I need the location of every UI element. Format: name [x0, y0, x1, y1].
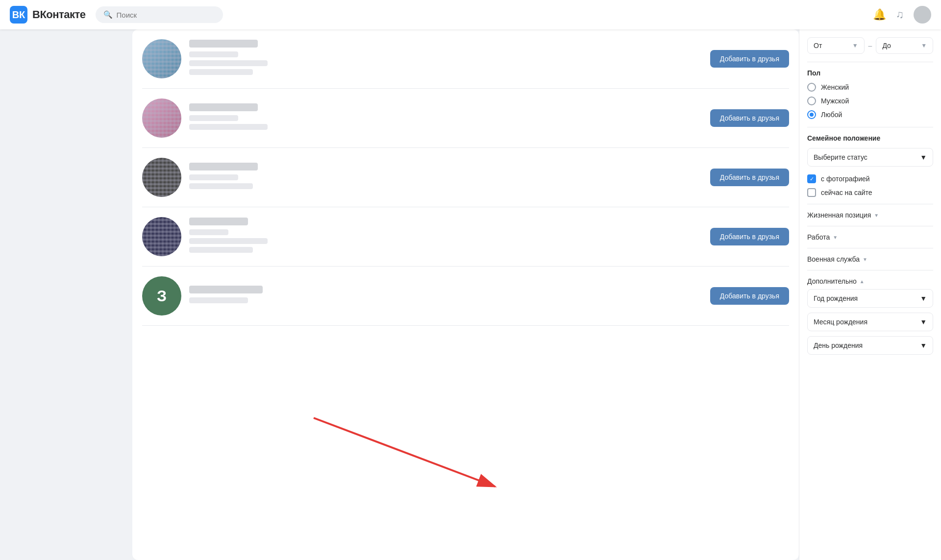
header-user[interactable] [914, 6, 931, 24]
right-sidebar: От ▼ – До ▼ Пол Женский Мужской [799, 29, 941, 560]
gender-filter: Пол Женский Мужской Любой [807, 69, 933, 119]
age-filter: От ▼ – До ▼ [807, 37, 933, 54]
collapse-arrow-icon: ▼ [863, 257, 867, 262]
person-sub1 [189, 229, 228, 235]
family-status-title: Семейное положение [807, 134, 933, 142]
add-friend-button[interactable]: Добавить в друзья [710, 169, 789, 186]
search-bar[interactable]: 🔍 [96, 6, 223, 23]
work-section[interactable]: Работа ▼ [807, 233, 933, 241]
add-friend-button[interactable]: Добавить в друзья [710, 50, 789, 68]
person-name [189, 40, 258, 48]
birth-year-select[interactable]: Год рождения ▼ [807, 289, 933, 308]
notifications-icon[interactable]: 🔔 [873, 8, 886, 21]
person-name [189, 103, 258, 111]
avatar: З [142, 276, 181, 316]
person-sub1 [189, 297, 248, 303]
person-info [189, 218, 702, 256]
chevron-down-icon: ▼ [920, 153, 927, 161]
vk-logo-icon: ВК [10, 6, 27, 24]
age-to-select[interactable]: До ▼ [876, 37, 933, 54]
list-item: Добавить в друзья [142, 89, 789, 148]
collapse-arrow-icon: ▼ [833, 235, 838, 240]
logo[interactable]: ВК ВКонтакте [10, 6, 86, 24]
content-card: Добавить в друзья Добавить в друзья [132, 29, 799, 560]
person-sub3 [189, 69, 253, 75]
additional-section[interactable]: Дополнительно ▲ [807, 277, 933, 285]
divider [807, 226, 933, 226]
person-sub1 [189, 51, 238, 57]
list-item: Добавить в друзья [142, 29, 789, 89]
checkbox-group: ✓ с фотографией сейчас на сайте [807, 174, 933, 197]
person-name [189, 218, 248, 225]
family-status-select[interactable]: Выберите статус ▼ [807, 148, 933, 167]
birth-day-select[interactable]: День рождения ▼ [807, 336, 933, 355]
person-name [189, 286, 263, 293]
with-photo-checkbox[interactable]: ✓ с фотографией [807, 174, 933, 183]
checkbox-online-icon [807, 188, 816, 197]
add-friend-button[interactable]: Добавить в друзья [710, 109, 789, 127]
list-item: Добавить в друзья [142, 148, 789, 207]
age-separator: – [868, 42, 872, 49]
person-sub3 [189, 247, 253, 253]
user-avatar [914, 6, 931, 24]
gender-title: Пол [807, 69, 933, 77]
header: ВК ВКонтакте 🔍 🔔 ♫ [0, 0, 941, 29]
chevron-down-icon: ▼ [921, 42, 927, 49]
gender-any[interactable]: Любой [807, 110, 933, 119]
header-icons: 🔔 ♫ [873, 6, 932, 24]
person-info [189, 40, 702, 78]
add-friend-button[interactable]: Добавить в друзья [710, 228, 789, 245]
left-sidebar [0, 29, 132, 560]
logo-text: ВКонтакте [32, 8, 86, 21]
avatar [142, 39, 181, 78]
person-sub2 [189, 183, 253, 189]
search-icon: 🔍 [103, 10, 113, 19]
chevron-down-icon: ▼ [920, 294, 927, 302]
list-item: З Добавить в друзья [142, 267, 789, 326]
person-sub2 [189, 238, 268, 244]
divider [807, 248, 933, 248]
life-position-section[interactable]: Жизненная позиция ▼ [807, 211, 933, 219]
gender-radio-group: Женский Мужской Любой [807, 83, 933, 119]
avatar-letter: З [142, 276, 181, 316]
add-friend-button[interactable]: Добавить в друзья [710, 287, 789, 305]
radio-male-icon [807, 97, 816, 105]
gender-female[interactable]: Женский [807, 83, 933, 92]
avatar [142, 158, 181, 197]
military-section[interactable]: Военная служба ▼ [807, 255, 933, 263]
page-layout: Добавить в друзья Добавить в друзья [0, 29, 941, 560]
chevron-down-icon: ▼ [852, 42, 858, 49]
person-sub1 [189, 174, 238, 180]
list-item: Добавить в друзья [142, 207, 789, 267]
person-info [189, 103, 702, 133]
chevron-down-icon: ▼ [920, 318, 927, 326]
radio-female-icon [807, 83, 816, 92]
people-list: Добавить в друзья Добавить в друзья [132, 29, 799, 326]
chevron-down-icon: ▼ [920, 341, 927, 349]
search-input[interactable] [117, 11, 215, 19]
age-from-select[interactable]: От ▼ [807, 37, 865, 54]
divider [807, 270, 933, 270]
avatar [142, 217, 181, 256]
gender-male[interactable]: Мужской [807, 97, 933, 105]
checkbox-photo-icon: ✓ [807, 174, 816, 183]
avatar [142, 98, 181, 138]
person-sub2 [189, 60, 268, 66]
online-checkbox[interactable]: сейчас на сайте [807, 188, 933, 197]
divider [807, 204, 933, 204]
collapse-arrow-icon: ▼ [874, 213, 879, 218]
person-info [189, 286, 702, 306]
music-icon[interactable]: ♫ [896, 8, 904, 21]
radio-any-icon [807, 110, 816, 119]
person-sub2 [189, 124, 268, 130]
person-sub1 [189, 115, 238, 121]
person-name [189, 163, 258, 170]
collapse-arrow-icon: ▲ [860, 279, 865, 284]
divider [807, 62, 933, 62]
family-status-filter: Семейное положение Выберите статус ▼ [807, 134, 933, 167]
person-info [189, 163, 702, 192]
birth-month-select[interactable]: Месяц рождения ▼ [807, 313, 933, 331]
main-content: Добавить в друзья Добавить в друзья [132, 29, 799, 560]
divider [807, 127, 933, 127]
